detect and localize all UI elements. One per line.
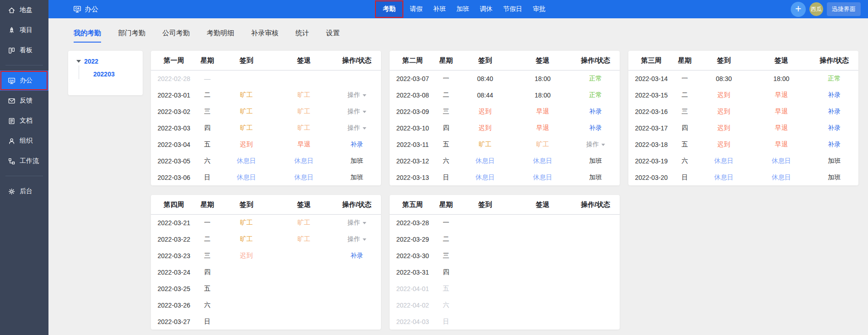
tab-settings[interactable]: 设置 [326, 29, 340, 43]
checkout-cell: 18:00 [514, 70, 572, 87]
sidebar-item-admin[interactable]: 后台 [0, 181, 48, 201]
status-text: 迟到 [718, 124, 730, 131]
attendance-table: 第四周 星期 签到 签退 操作/状态 2022-03-21一旷工旷工操作2022… [151, 195, 381, 330]
col-checkout: 签退 [514, 195, 572, 215]
weekday-cell: 六 [436, 153, 456, 169]
status-cell: 加班 [571, 169, 620, 185]
topbar-menu-attendance[interactable]: 考勤 [376, 1, 402, 17]
tree-node-month[interactable]: 202203 [93, 70, 115, 78]
weekday-cell: 四 [436, 120, 456, 136]
status-text: 旷工 [240, 91, 253, 98]
status-action-link[interactable]: 加班 [350, 157, 363, 164]
weekday-cell: 五 [197, 136, 218, 153]
status-action-link[interactable]: 操作 [586, 140, 599, 148]
page-title-text: 办公 [85, 5, 98, 14]
quick-ui-button[interactable]: 迅捷界面 [827, 2, 861, 16]
status-action-link[interactable]: 操作 [348, 124, 360, 131]
checkin-cell [456, 264, 514, 281]
status-action-link[interactable]: 操作 [348, 235, 360, 243]
weekday-cell: 二 [197, 87, 218, 103]
table-header-row: 第三周 星期 签到 签退 操作/状态 [628, 51, 858, 70]
status-text: 正常 [589, 91, 602, 98]
checkin-cell: 休息日 [218, 169, 275, 185]
status-cell: 补录 [810, 87, 858, 103]
add-button[interactable]: + [791, 2, 806, 17]
menu-item-label: 补班 [433, 5, 446, 12]
tree-node-year[interactable]: 2022 [76, 58, 98, 65]
col-weekday: 星期 [436, 195, 456, 215]
tab-my-attendance[interactable]: 我的考勤 [74, 29, 101, 43]
status-action-link[interactable]: 补录 [828, 124, 841, 131]
date-cell: 2022-03-16 [628, 103, 675, 120]
table-row: 2022-03-26六 [151, 297, 381, 313]
sidebar-item-label: 办公 [20, 76, 32, 85]
table-row: 2022-03-01二旷工旷工操作 [151, 87, 381, 103]
status-action-link[interactable]: 补录 [350, 140, 363, 148]
checkout-cell: 早退 [753, 103, 810, 120]
tab-dept-attendance[interactable]: 部门考勤 [118, 29, 145, 43]
tree-guide-line [79, 65, 79, 79]
sidebar-item-home[interactable]: 地盘 [0, 0, 48, 20]
status-action-link[interactable]: 补录 [350, 252, 363, 259]
topbar-menu-leave[interactable]: 请假 [407, 5, 426, 13]
checkout-cell: 休息日 [514, 153, 572, 169]
date-cell: 2022-03-04 [151, 136, 197, 153]
avatar[interactable]: 西瓜 [809, 2, 823, 16]
status-cell: 正常 [571, 87, 620, 103]
date-cell: 2022-03-05 [151, 153, 197, 169]
status-action-link[interactable]: 补录 [828, 140, 841, 148]
checkout-cell [275, 248, 333, 264]
checkin-cell: 迟到 [218, 136, 275, 153]
weekday-cell: 三 [436, 103, 456, 120]
status-action-link[interactable]: 操作 [348, 219, 360, 226]
status-action-link[interactable]: 操作 [348, 91, 360, 98]
week-table-card: 第五周 星期 签到 签退 操作/状态 2022-03-28一2022-03-29… [390, 195, 620, 330]
status-action-link[interactable]: 加班 [589, 173, 602, 181]
topbar: OA 办公 考勤请假补班加班调休节假日审批 + 西瓜 迅捷界面 [48, 0, 868, 18]
checkout-cell: 旷工 [275, 120, 333, 136]
status-action-link[interactable]: 补录 [828, 108, 841, 115]
tab-makeup-review[interactable]: 补录审核 [251, 29, 279, 43]
topbar-menu-makeup-work[interactable]: 补班 [430, 5, 449, 13]
status-action-link[interactable]: 补录 [589, 108, 602, 115]
status-text: 迟到 [240, 252, 253, 259]
sidebar-item-docs[interactable]: 文档 [0, 111, 48, 131]
status-action-link[interactable]: 加班 [828, 157, 841, 164]
status-action-link[interactable]: 操作 [348, 108, 360, 115]
status-action-link[interactable]: 补录 [828, 91, 841, 98]
tab-statistics[interactable]: 统计 [295, 29, 309, 43]
sidebar-item-board[interactable]: 看板 [0, 40, 48, 60]
topbar-menu-time-off[interactable]: 调休 [477, 5, 496, 13]
date-cell: 2022-03-01 [151, 87, 197, 103]
sidebar-item-org[interactable]: 组织 [0, 131, 48, 151]
status-text: 旷工 [240, 108, 253, 115]
topbar-menu-holiday[interactable]: 节假日 [500, 5, 525, 13]
status-text: 休息日 [772, 173, 791, 181]
status-text: 08:30 [716, 75, 732, 82]
status-text: 18:00 [535, 92, 551, 99]
status-action-link[interactable]: 补录 [589, 124, 602, 131]
tab-company-attendance[interactable]: 公司考勤 [162, 29, 190, 43]
status-cell [571, 281, 620, 297]
table-row: 2022-03-13日休息日休息日加班 [390, 169, 620, 185]
topbar-menu-overtime[interactable]: 加班 [453, 5, 472, 13]
status-action-link[interactable]: 加班 [350, 173, 363, 181]
sidebar-item-office[interactable]: OA办公 [0, 70, 48, 91]
status-action-link[interactable]: 加班 [589, 157, 602, 164]
status-cell: 操作 [332, 103, 381, 120]
sidebar-item-feedback[interactable]: 反馈 [0, 91, 48, 111]
caret-down-icon [363, 111, 366, 113]
date-cell: 2022-04-01 [390, 281, 436, 297]
tab-attendance-detail[interactable]: 考勤明细 [207, 29, 234, 43]
col-week-title: 第五周 [390, 195, 436, 215]
checkin-cell: 旷工 [218, 103, 275, 120]
checkin-cell [218, 313, 275, 330]
checkout-cell: 休息日 [753, 153, 810, 169]
status-action-link[interactable]: 加班 [828, 173, 841, 181]
sidebar-item-workflow[interactable]: 工作流 [0, 151, 48, 171]
weekday-cell: 四 [197, 120, 218, 136]
topbar-menu-approval[interactable]: 审批 [530, 5, 549, 13]
sidebar-item-project[interactable]: 项目 [0, 20, 48, 40]
col-actions: 操作/状态 [332, 195, 381, 215]
date-cell: 2022-03-11 [390, 136, 436, 153]
